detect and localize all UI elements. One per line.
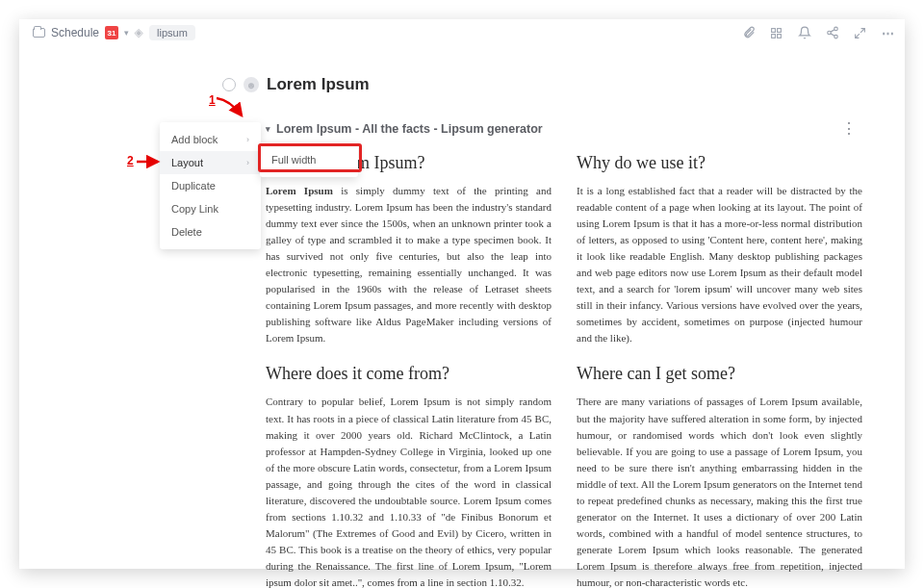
col-paragraph: There are many variations of passages of… — [577, 394, 862, 588]
breadcrumb-folder[interactable]: Schedule — [51, 26, 99, 39]
svg-rect-0 — [772, 28, 776, 32]
page-title: Lorem Ipsum — [267, 75, 370, 94]
block-title: Lorem Ipsum - All the facts - Lipsum gen… — [276, 122, 543, 136]
embed-block: ▾ Lorem Ipsum - All the facts - Lipsum g… — [258, 115, 870, 569]
chevron-right-icon: › — [246, 135, 249, 144]
chevron-right-icon: › — [246, 158, 249, 167]
menu-item-layout[interactable]: Layout› — [160, 151, 261, 174]
grid-icon[interactable] — [769, 26, 783, 40]
svg-rect-3 — [778, 34, 782, 38]
chevron-down-icon[interactable]: ▾ — [124, 28, 129, 38]
menu-item-duplicate[interactable]: Duplicate — [160, 174, 261, 197]
emoji-placeholder-icon[interactable]: ☻ — [244, 77, 259, 92]
block-context-menu: Add block› Layout› Duplicate Copy Link D… — [160, 122, 261, 249]
caret-down-icon[interactable]: ▾ — [266, 124, 270, 134]
attachment-icon[interactable] — [741, 26, 756, 40]
svg-point-6 — [834, 35, 837, 38]
annotation-number-2: 2 — [127, 154, 134, 167]
share-icon[interactable] — [825, 26, 839, 40]
submenu-item-full-width[interactable]: Full width — [260, 148, 358, 171]
svg-point-4 — [834, 27, 837, 31]
menu-item-delete[interactable]: Delete — [160, 220, 261, 243]
calendar-icon: 31 — [105, 26, 118, 39]
svg-rect-2 — [772, 34, 776, 38]
menu-item-copy-link[interactable]: Copy Link — [160, 197, 261, 220]
tag-pill[interactable]: lipsum — [149, 25, 195, 40]
tag-icon: ◈ — [133, 29, 146, 38]
svg-point-5 — [827, 31, 831, 35]
col-heading: Where can I get some? — [577, 364, 862, 384]
annotation-number-1: 1 — [209, 93, 216, 107]
svg-rect-1 — [778, 28, 782, 32]
expand-icon[interactable] — [853, 26, 867, 40]
col-paragraph: It is a long established fact that a rea… — [577, 183, 862, 346]
col-heading: Where does it come from? — [266, 364, 552, 384]
col-paragraph: Lorem Ipsum is simply dummy text of the … — [266, 183, 552, 346]
bell-icon[interactable] — [797, 26, 811, 40]
col-paragraph: Contrary to popular belief, Lorem Ipsum … — [266, 394, 552, 588]
more-icon[interactable]: ⋯ — [881, 26, 895, 40]
menu-item-add-block[interactable]: Add block› — [160, 128, 261, 151]
block-kebab-icon[interactable]: ⋮ — [835, 119, 862, 138]
checkbox-circle-icon[interactable] — [222, 78, 236, 91]
layout-submenu: Full width — [260, 142, 358, 177]
folder-icon — [33, 28, 45, 38]
col-heading: Why do we use it? — [577, 153, 862, 173]
